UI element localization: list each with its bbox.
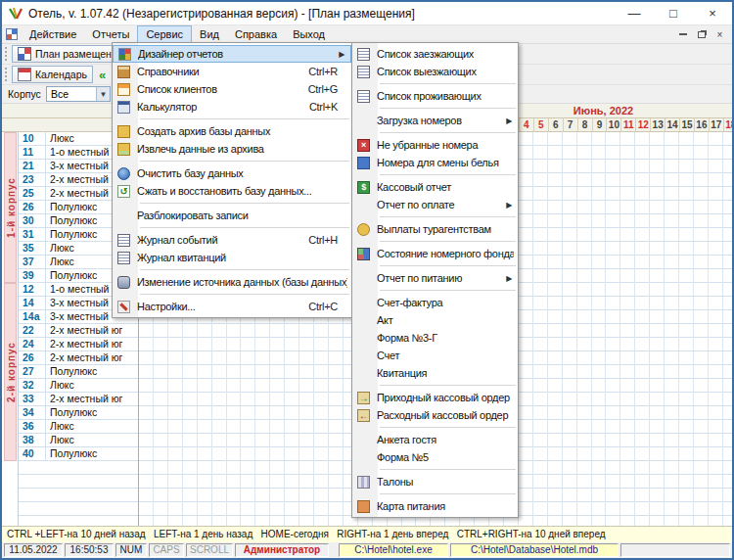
room-row[interactable]: 34Полулюкс — [19, 406, 138, 420]
maximize-button[interactable]: □ — [654, 2, 693, 24]
mdi-minimize-button[interactable] — [674, 27, 691, 41]
menu-item[interactable]: Приходный кассовый ордер — [352, 389, 518, 406]
menu-separator — [380, 129, 516, 133]
datasource-icon — [117, 276, 130, 289]
menubar-item[interactable]: Сервис — [137, 25, 192, 43]
menu-item-label: Отчет по питанию — [377, 272, 506, 284]
calendar-button[interactable]: Календарь — [12, 66, 93, 83]
menu-item[interactable]: Форма №5 — [352, 448, 518, 466]
mdi-close-button[interactable]: × — [711, 27, 728, 41]
menu-item[interactable]: Отчет по питанию▶ — [352, 269, 518, 287]
menu-item[interactable]: Разблокировать записи — [113, 207, 351, 224]
menu-item[interactable]: СправочникиCtrl+R — [113, 63, 351, 80]
menu-item[interactable]: Журнал квитанций — [113, 249, 351, 266]
room-row[interactable]: 27Полулюкс — [19, 365, 138, 379]
room-row[interactable]: 36Люкс — [19, 420, 138, 434]
chevron-down-icon[interactable]: ▼ — [96, 87, 110, 101]
menu-item[interactable]: Квитанция — [352, 364, 518, 382]
submenu-arrow-icon: ▶ — [506, 117, 514, 125]
menu-separator — [140, 200, 349, 204]
day-header-cell: 7 — [563, 118, 577, 132]
menubar-item[interactable]: Отчеты — [84, 25, 137, 43]
mdi-window-controls: × — [672, 27, 728, 41]
room-row[interactable]: 242-х местный юг — [19, 338, 138, 351]
day-header-cell: 11 — [620, 118, 635, 132]
menu-item[interactable]: Журнал событийCtrl+H — [113, 231, 351, 249]
room-number: 26 — [19, 351, 45, 365]
mdi-child-icon — [6, 28, 18, 40]
menu-item[interactable]: Настройки...Ctrl+C — [113, 298, 351, 315]
menubar-item[interactable]: Выход — [285, 25, 333, 43]
menu-item[interactable]: Список заезжающих — [352, 45, 518, 63]
menu-separator — [140, 224, 349, 228]
menu-item[interactable]: Отчет по оплате▶ — [352, 196, 518, 213]
menu-item[interactable]: Расходный кассовый ордер — [352, 406, 518, 424]
room-type: Полулюкс — [45, 447, 138, 461]
room-type: 2-х местный юг — [45, 393, 138, 406]
menu-separator — [380, 287, 516, 291]
menu-item[interactable]: Форма №3-Г — [352, 329, 518, 347]
room-row[interactable]: 32Люкс — [19, 379, 138, 393]
day-header-cell: 6 — [548, 118, 563, 132]
menu-item[interactable]: Не убранные номера — [352, 136, 518, 154]
help-bar: CTRL +LEFT-на 10 дней назад LEFT-на 1 де… — [2, 526, 732, 542]
menu-item[interactable]: Загрузка номеров▶ — [352, 112, 518, 129]
menu-item[interactable]: Извлечь данные из архива — [113, 140, 351, 158]
menu-separator — [380, 262, 516, 266]
menu-item[interactable]: Создать архив базы данных — [113, 122, 351, 140]
menu-item[interactable]: Талоны — [352, 473, 518, 490]
agency-pay-icon — [357, 223, 370, 236]
menu-item-shortcut: Ctrl+R — [308, 66, 347, 77]
menu-item[interactable]: Список проживающих — [352, 87, 518, 105]
menu-item-label: Талоны — [377, 476, 514, 488]
nav-back-arrow-icon[interactable]: « — [99, 68, 106, 82]
menu-item[interactable]: Кассовый отчет — [352, 178, 518, 196]
menu-item[interactable]: Счет — [352, 347, 518, 364]
menu-item[interactable]: Дизайнер отчетов▶ — [113, 45, 351, 63]
room-number: 11 — [19, 146, 45, 160]
room-linen-icon — [357, 157, 370, 169]
menu-item[interactable]: Список клиентовCtrl+G — [113, 80, 351, 98]
menubar-item[interactable]: Действие — [22, 25, 84, 43]
menu-item-label: Настройки... — [137, 301, 308, 312]
room-type: 2-х местный юг — [45, 324, 138, 338]
menu-item-label: Квитанция — [377, 367, 514, 379]
menu-item-icon — [357, 297, 370, 309]
menu-item[interactable]: Номера для смены белья — [352, 154, 518, 171]
menu-item[interactable]: Очистить базу данных — [113, 164, 351, 182]
day-header-cell: 8 — [577, 118, 592, 132]
menu-item[interactable]: Счет-фактура — [352, 294, 518, 311]
minimize-button[interactable]: — — [615, 2, 654, 24]
menu-separator — [380, 105, 516, 109]
menu-item[interactable]: Изменение источника данных (базы данных)… — [113, 273, 351, 291]
menu-item[interactable]: Карта питания — [352, 497, 518, 515]
submenu-arrow-icon: ▶ — [506, 274, 514, 283]
menu-item-label: Выплаты турагентствам — [377, 223, 514, 235]
toolbar-grip[interactable] — [5, 68, 8, 81]
korpus-select[interactable]: Все ▼ — [46, 86, 111, 102]
room-row[interactable]: 40Полулюкс — [19, 447, 138, 461]
menubar-item[interactable]: Вид — [192, 25, 227, 43]
menu-item[interactable]: Состояние номерного фонда — [352, 245, 518, 262]
room-type: Люкс — [45, 434, 138, 447]
status-db-path: C:\Hotel\Database\Hotel.mdb — [450, 543, 619, 557]
menubar-item[interactable]: Справка — [227, 25, 285, 43]
menu-item[interactable]: Выплаты турагентствам — [352, 220, 518, 238]
menu-item[interactable]: Список выезжающих — [352, 63, 518, 80]
menu-item-label: Карта питания — [377, 500, 514, 512]
room-number: 22 — [19, 324, 45, 338]
day-header-cell: 16 — [694, 118, 709, 132]
room-row[interactable]: 222-х местный юг — [19, 324, 138, 338]
toolbar-grip[interactable] — [5, 47, 8, 61]
menu-item[interactable]: Акт — [352, 311, 518, 329]
close-button[interactable]: × — [693, 2, 732, 24]
room-row[interactable]: 262-х местный юг — [19, 351, 138, 365]
room-row[interactable]: 38Люкс — [19, 434, 138, 447]
menu-item[interactable]: Сжать и восстановить базу данных... — [113, 182, 351, 200]
menu-item[interactable]: Анкета гостя — [352, 431, 518, 448]
room-row[interactable]: 332-х местный юг — [19, 393, 138, 406]
room-number: 37 — [19, 256, 45, 269]
menu-item[interactable]: КалькуляторCtrl+K — [113, 98, 351, 116]
mdi-restore-button[interactable] — [693, 27, 710, 41]
menubar-items: ДействиеОтчетыСервисВидСправкаВыход — [22, 25, 333, 43]
